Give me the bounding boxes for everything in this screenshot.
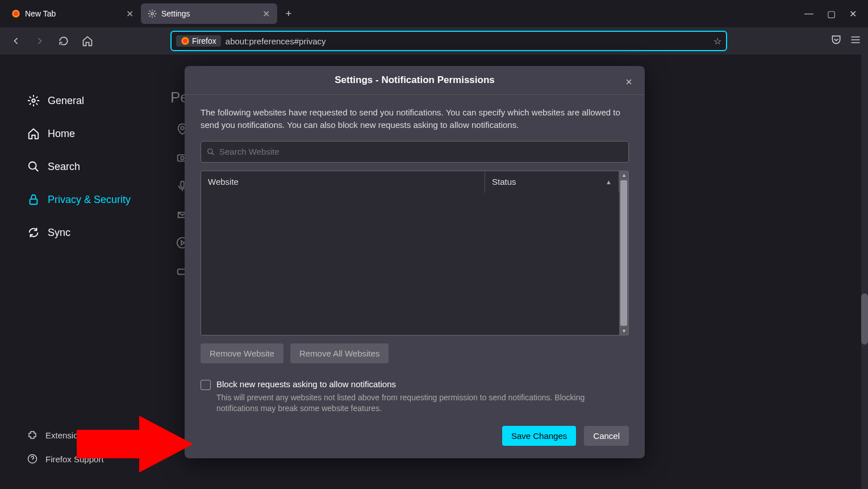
sidebar-item-label: General: [48, 95, 84, 107]
svg-point-15: [208, 149, 212, 154]
remove-buttons-row: Remove Website Remove All Websites: [201, 343, 629, 363]
page-scroll-thumb[interactable]: [861, 293, 868, 345]
close-icon[interactable]: ✕: [125, 9, 134, 18]
sidebar-item-home[interactable]: Home: [23, 122, 148, 146]
home-icon: [27, 127, 40, 140]
remove-website-button[interactable]: Remove Website: [201, 343, 283, 363]
lock-icon: [27, 193, 40, 206]
dialog-footer: Save Changes Cancel: [185, 426, 645, 458]
search-website-field[interactable]: [201, 141, 629, 163]
bookmark-star-icon[interactable]: ☆: [713, 36, 721, 47]
tab-new-tab[interactable]: New Tab ✕: [5, 3, 141, 24]
svg-point-2: [151, 13, 153, 15]
minimize-button[interactable]: —: [804, 9, 813, 19]
svg-point-5: [32, 99, 35, 102]
dialog-title: Settings - Notification Permissions: [335, 74, 495, 86]
tab-bar: New Tab ✕ Settings ✕ + — ▢ ✕: [0, 0, 868, 27]
sync-icon: [27, 226, 40, 239]
svg-point-4: [183, 39, 187, 43]
arrow-left-icon: [10, 35, 22, 47]
sidebar-footer: Extensions & Themes Firefox Support: [23, 424, 148, 472]
block-new-requests-label: Block new requests asking to allow notif…: [216, 379, 629, 389]
url-bar[interactable]: Firefox about:preferences#privacy ☆: [170, 31, 727, 51]
sidebar-item-general[interactable]: General: [23, 89, 148, 113]
column-header-status[interactable]: Status ▲: [485, 171, 619, 193]
home-button[interactable]: [78, 32, 97, 50]
reload-icon: [58, 35, 69, 47]
settings-sidebar: General Home Search Privacy & Security S…: [23, 89, 148, 254]
sidebar-item-extensions-themes[interactable]: Extensions & Themes: [23, 424, 148, 446]
reload-button[interactable]: [55, 32, 73, 50]
column-header-website[interactable]: Website: [201, 171, 485, 193]
dialog-description: The following websites have requested to…: [201, 106, 629, 132]
save-changes-button[interactable]: Save Changes: [502, 426, 576, 446]
navigation-toolbar: Firefox about:preferences#privacy ☆: [0, 27, 868, 55]
page-scrollbar[interactable]: [861, 55, 868, 489]
notification-permissions-dialog: Settings - Notification Permissions The …: [185, 66, 645, 458]
scroll-up-button[interactable]: ▴: [619, 171, 628, 179]
tab-title: New Tab: [25, 9, 120, 18]
svg-point-11: [181, 156, 184, 160]
sidebar-item-privacy-security[interactable]: Privacy & Security: [23, 188, 148, 212]
search-icon: [27, 160, 40, 173]
table-header: Website Status ▲: [201, 171, 619, 193]
firefox-icon: [11, 9, 20, 18]
sort-asc-icon: ▲: [606, 179, 612, 185]
arrow-right-icon: [34, 35, 45, 47]
puzzle-icon: [27, 430, 37, 440]
toolbar-right: [831, 34, 861, 48]
search-website-input[interactable]: [219, 147, 623, 156]
home-icon: [82, 35, 93, 47]
identity-box[interactable]: Firefox: [176, 35, 221, 47]
sidebar-item-firefox-support[interactable]: Firefox Support: [23, 448, 148, 470]
table-scrollbar[interactable]: ▴ ▾: [619, 171, 628, 335]
permissions-table: Website Status ▲ ▴ ▾: [201, 171, 629, 335]
svg-point-1: [14, 11, 18, 16]
identity-label: Firefox: [192, 36, 216, 45]
gear-icon: [27, 94, 40, 107]
back-button[interactable]: [7, 32, 25, 50]
close-icon[interactable]: ✕: [261, 9, 270, 18]
close-icon: [624, 77, 633, 86]
url-text: about:preferences#privacy: [226, 36, 326, 46]
dialog-body: The following websites have requested to…: [185, 95, 645, 426]
cancel-button[interactable]: Cancel: [584, 426, 629, 446]
dialog-header: Settings - Notification Permissions: [185, 66, 645, 95]
firefox-icon: [181, 36, 190, 45]
remove-all-websites-button[interactable]: Remove All Websites: [290, 343, 389, 363]
block-new-requests-row: Block new requests asking to allow notif…: [201, 379, 629, 415]
sidebar-item-sync[interactable]: Sync: [23, 221, 148, 244]
svg-rect-7: [30, 199, 37, 204]
maximize-button[interactable]: ▢: [827, 9, 836, 19]
sidebar-item-label: Home: [48, 128, 75, 140]
sidebar-item-search[interactable]: Search: [23, 155, 148, 179]
search-icon: [207, 148, 215, 156]
svg-point-9: [181, 126, 184, 130]
close-window-button[interactable]: ✕: [849, 9, 857, 19]
svg-rect-12: [181, 181, 184, 188]
new-tab-button[interactable]: +: [281, 6, 297, 22]
sidebar-item-label: Firefox Support: [45, 454, 104, 464]
tab-title: Settings: [161, 9, 257, 18]
content-area: General Home Search Privacy & Security S…: [0, 55, 868, 489]
sidebar-item-label: Privacy & Security: [48, 194, 131, 206]
gear-icon: [148, 9, 157, 18]
scroll-down-button[interactable]: ▾: [619, 327, 628, 335]
table-body-empty: [201, 193, 619, 335]
sidebar-item-label: Search: [48, 161, 80, 173]
app-menu-button[interactable]: [850, 34, 861, 48]
block-new-requests-checkbox[interactable]: [201, 380, 211, 390]
dialog-close-button[interactable]: [622, 75, 636, 89]
forward-button[interactable]: [31, 32, 49, 50]
sidebar-item-label: Sync: [48, 227, 70, 239]
sidebar-item-label: Extensions & Themes: [45, 430, 128, 440]
window-controls: — ▢ ✕: [804, 9, 863, 19]
block-new-requests-description: This will prevent any websites not liste…: [216, 392, 629, 415]
scroll-thumb[interactable]: [620, 180, 627, 326]
pocket-icon[interactable]: [831, 34, 842, 48]
svg-point-6: [29, 162, 36, 169]
tab-settings[interactable]: Settings ✕: [141, 3, 277, 24]
help-icon: [27, 454, 37, 464]
